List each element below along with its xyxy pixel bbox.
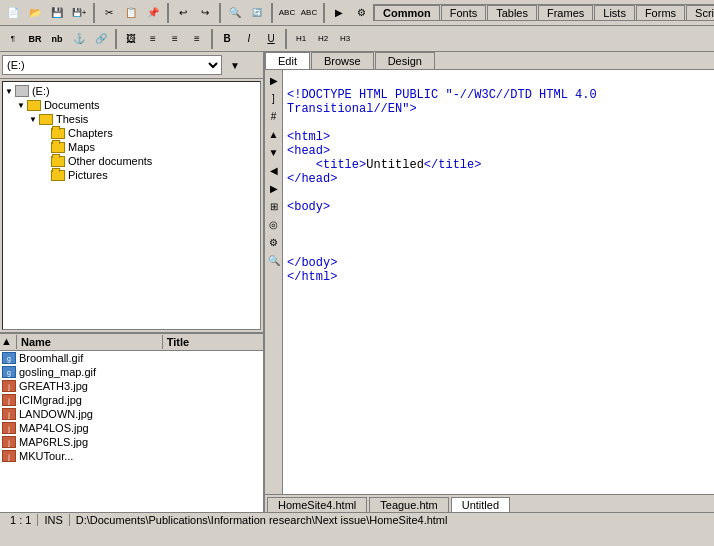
search-btn[interactable]: 🔍 — [224, 2, 246, 24]
toolbar-row-2: ¶ BR nb ⚓ 🔗 🖼 ≡ ≡ ≡ B I U H1 H2 H3 — [0, 26, 714, 52]
file-list[interactable]: g Broomhall.gif g gosling_map.gif j GREA… — [0, 351, 263, 512]
expand-drive-icon: ▼ — [5, 87, 13, 96]
preview-btn[interactable]: ▶ — [328, 2, 350, 24]
replace-btn[interactable]: 🔄 — [246, 2, 268, 24]
tab-browse[interactable]: Browse — [311, 52, 374, 69]
status-path: D:\Documents\Publications\Information re… — [70, 514, 710, 526]
editor-tabs: Edit Browse Design — [265, 52, 714, 70]
settings-btn[interactable]: ⚙ — [350, 2, 372, 24]
sidebar-bracket-btn[interactable]: ] — [266, 90, 282, 106]
html-img-btn[interactable]: 🖼 — [120, 28, 142, 50]
col-title[interactable]: Title — [163, 335, 262, 349]
folder-pictures-icon — [51, 170, 65, 181]
tab-lists[interactable]: Lists — [594, 5, 635, 20]
code-editor[interactable]: <!DOCTYPE HTML PUBLIC "-//W3C//DTD HTML … — [283, 70, 714, 494]
tree-item-drive[interactable]: ▼ (E:) — [5, 84, 258, 98]
spell2-btn[interactable]: ABC — [298, 2, 320, 24]
cut-btn[interactable]: ✂ — [98, 2, 120, 24]
bold-btn[interactable]: B — [216, 28, 238, 50]
sidebar-hash-btn[interactable]: # — [266, 108, 282, 124]
file-item[interactable]: j MAP6RLS.jpg — [0, 435, 263, 449]
tree-item-maps[interactable]: Maps — [5, 140, 258, 154]
file-list-header: ▲ Name Title — [0, 334, 263, 351]
folder-maps-icon — [51, 142, 65, 153]
save-all-btn[interactable]: 💾+ — [68, 2, 90, 24]
folder-chapters-icon — [51, 128, 65, 139]
bottom-tab-homesite[interactable]: HomeSite4.html — [267, 497, 367, 512]
file-item[interactable]: g gosling_map.gif — [0, 365, 263, 379]
new-file-btn[interactable]: 📄 — [2, 2, 24, 24]
sidebar-gear-btn[interactable]: ⚙ — [266, 234, 282, 250]
file-tree[interactable]: ▼ (E:) ▼ Documents ▼ Thesis — [2, 81, 261, 330]
undo-btn[interactable]: ↩ — [172, 2, 194, 24]
paste-btn[interactable]: 📌 — [142, 2, 164, 24]
tab-design[interactable]: Design — [375, 52, 435, 69]
status-mode: INS — [38, 514, 69, 526]
html-link-btn[interactable]: 🔗 — [90, 28, 112, 50]
tab-forms[interactable]: Forms — [636, 5, 685, 20]
underline-btn[interactable]: U — [260, 28, 282, 50]
file-item[interactable]: j LANDOWN.jpg — [0, 407, 263, 421]
spell-btn[interactable]: ABC — [276, 2, 298, 24]
folder-open-documents-icon — [27, 100, 41, 111]
save-btn[interactable]: 💾 — [46, 2, 68, 24]
redo-btn[interactable]: ↪ — [194, 2, 216, 24]
img-icon-2: j — [2, 380, 16, 392]
app-container: 📄 📂 💾 💾+ ✂ 📋 📌 ↩ ↪ 🔍 🔄 ABC ABC ▶ — [0, 0, 714, 546]
drive-dropdown[interactable]: (E:) — [2, 55, 222, 75]
h1-btn[interactable]: H1 — [290, 28, 312, 50]
align-left-btn[interactable]: ≡ — [142, 28, 164, 50]
file-item[interactable]: g Broomhall.gif — [0, 351, 263, 365]
tree-item-chapters[interactable]: Chapters — [5, 126, 258, 140]
open-btn[interactable]: 📂 — [24, 2, 46, 24]
tab-edit[interactable]: Edit — [265, 52, 310, 69]
align-right-btn[interactable]: ≡ — [186, 28, 208, 50]
sidebar-target-btn[interactable]: ◎ — [266, 216, 282, 232]
drive-go-btn[interactable]: ▼ — [224, 54, 246, 76]
italic-btn[interactable]: I — [238, 28, 260, 50]
html-nb-btn[interactable]: nb — [46, 28, 68, 50]
sort-col[interactable]: ▲ — [1, 335, 17, 349]
sidebar-expand-btn[interactable]: ▶ — [266, 72, 282, 88]
tab-frames[interactable]: Frames — [538, 5, 593, 20]
file-item[interactable]: j ICIMgrad.jpg — [0, 393, 263, 407]
img-icon-6: j — [2, 436, 16, 448]
img-icon-1: g — [2, 366, 16, 378]
left-panel: (E:) ▼ ▼ (E:) ▼ Documents ▼ — [0, 52, 265, 512]
tab-common[interactable]: Common — [374, 5, 440, 20]
bottom-tab-teague[interactable]: Teague.htm — [369, 497, 448, 512]
copy-btn[interactable]: 📋 — [120, 2, 142, 24]
sidebar-left-btn[interactable]: ◀ — [266, 162, 282, 178]
toolbar-row-1: 📄 📂 💾 💾+ ✂ 📋 📌 ↩ ↪ 🔍 🔄 ABC ABC ▶ — [0, 0, 714, 26]
tree-item-documents[interactable]: ▼ Documents — [5, 98, 258, 112]
tree-item-thesis[interactable]: ▼ Thesis — [5, 112, 258, 126]
html-para-btn[interactable]: ¶ — [2, 28, 24, 50]
editor-area: ▶ ] # ▲ ▼ ◀ ▶ ⊞ ◎ ⚙ 🔍 <!DOCTYPE HTML PUB… — [265, 70, 714, 494]
expand-documents-icon: ▼ — [17, 101, 25, 110]
tab-script[interactable]: Script — [686, 5, 714, 20]
align-center-btn[interactable]: ≡ — [164, 28, 186, 50]
h2-btn[interactable]: H2 — [312, 28, 334, 50]
tree-item-other-documents[interactable]: Other documents — [5, 154, 258, 168]
status-bar: 1 : 1 INS D:\Documents\Publications\Info… — [0, 512, 714, 527]
sidebar-down-btn[interactable]: ▼ — [266, 144, 282, 160]
sidebar-up-btn[interactable]: ▲ — [266, 126, 282, 142]
h3-btn[interactable]: H3 — [334, 28, 356, 50]
file-item[interactable]: j GREATH3.jpg — [0, 379, 263, 393]
html-anchor-btn[interactable]: ⚓ — [68, 28, 90, 50]
file-item[interactable]: j MKUTour... — [0, 449, 263, 463]
sep-1 — [93, 3, 95, 23]
sidebar-options-btn[interactable]: ⊞ — [266, 198, 282, 214]
bottom-tab-untitled[interactable]: Untitled — [451, 497, 510, 512]
sidebar-right-btn[interactable]: ▶ — [266, 180, 282, 196]
col-name[interactable]: Name — [17, 335, 163, 349]
tab-fonts[interactable]: Fonts — [441, 5, 487, 20]
html-br-btn[interactable]: BR — [24, 28, 46, 50]
file-item[interactable]: j MAP4LOS.jpg — [0, 421, 263, 435]
tree-item-pictures[interactable]: Pictures — [5, 168, 258, 182]
img-icon-4: j — [2, 408, 16, 420]
tab-tables[interactable]: Tables — [487, 5, 537, 20]
file-list-area: ▲ Name Title g Broomhall.gif g gosling_m… — [0, 332, 263, 512]
sidebar-search-btn[interactable]: 🔍 — [266, 252, 282, 268]
img-icon-3: j — [2, 394, 16, 406]
